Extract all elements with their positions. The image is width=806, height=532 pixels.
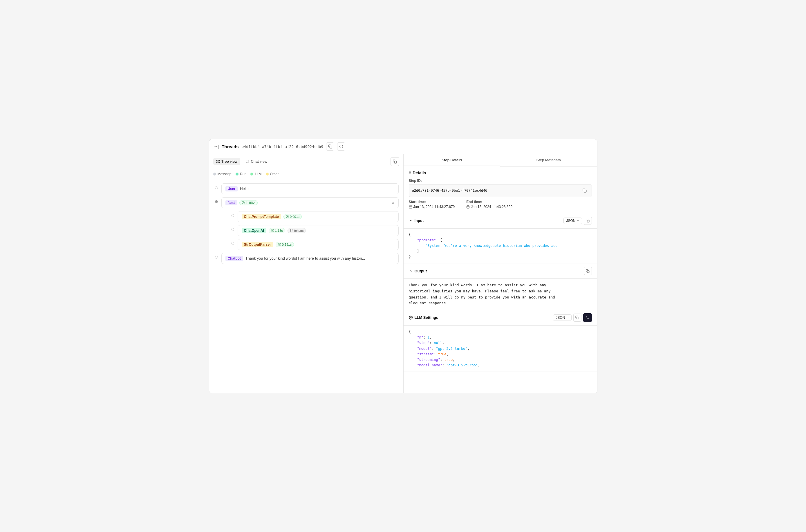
copy-thread-button[interactable]	[391, 157, 399, 166]
chatbot-tag: Chatbot	[225, 256, 243, 261]
chatprompt-time: 0.001s	[290, 215, 299, 218]
llm-format-dropdown[interactable]: JSON	[553, 315, 571, 321]
hash-icon: #	[409, 171, 411, 175]
llm-settings-header[interactable]: LLM Settings JSON	[404, 310, 597, 326]
svg-point-21	[410, 317, 411, 318]
execute-button[interactable]	[583, 313, 592, 322]
token-badge: 64 tokens	[287, 228, 306, 233]
svg-rect-3	[218, 162, 219, 163]
llm-dot	[250, 173, 253, 175]
dot-col	[214, 253, 219, 259]
chat-view-label: Chat view	[251, 159, 267, 164]
step-id-value: e2d0a781-9746-457b-9be1-f70741ec4d46	[409, 184, 592, 197]
dot-col	[214, 183, 219, 189]
chatopenai-time: 1.15s	[275, 229, 283, 232]
panel-tabs: Step Details Step Metadata	[404, 154, 597, 167]
svg-rect-2	[218, 160, 219, 161]
details-section-title: # Details	[409, 171, 592, 175]
svg-rect-5	[394, 161, 397, 163]
stroutput-time-badge: 0.691s	[276, 242, 294, 247]
svg-rect-0	[330, 146, 332, 148]
copy-step-id-button[interactable]	[581, 187, 589, 195]
llm-settings-title: LLM Settings	[409, 315, 438, 320]
user-card[interactable]: User Hello	[221, 183, 399, 194]
input-controls: JSON	[563, 217, 592, 225]
copy-llm-settings-button[interactable]	[573, 314, 581, 322]
legend-llm-label: LLM	[255, 172, 261, 176]
svg-rect-1	[217, 160, 218, 161]
right-panel: Step Details Step Metadata # Details Ste…	[404, 154, 597, 393]
user-message-text: Hello	[240, 187, 394, 191]
start-time-value: Jan 13, 2024 11:43:27.679	[409, 205, 455, 209]
chatopenai-card[interactable]: ChatOpenAI 1.15s 64 tokens	[238, 225, 399, 236]
legend-other-label: Other	[270, 172, 279, 176]
test-tag: /test	[225, 200, 237, 205]
step-details-label: Step Details	[442, 158, 462, 162]
dot-col	[214, 197, 219, 203]
chevron-up-icon: ∧	[392, 201, 395, 205]
input-section: Input JSON {	[404, 213, 597, 264]
stroutput-time: 0.691s	[282, 243, 292, 246]
legend-run: Run	[236, 172, 246, 176]
other-dot	[266, 173, 269, 175]
time-row: Start time: Jan 13, 2024 11:43:27.679 En…	[409, 200, 592, 209]
copy-input-button[interactable]	[584, 217, 592, 225]
thread-dot	[231, 214, 234, 217]
output-section: Output Thank you for your kind words! I …	[404, 263, 597, 310]
stroutput-card[interactable]: StrOutputParser 0.691s	[238, 239, 399, 250]
output-section-header[interactable]: Output	[404, 263, 597, 279]
chatprompt-card[interactable]: ChatPromptTemplate 0.001s	[238, 211, 399, 222]
start-time-label: Start time:	[409, 200, 455, 204]
chatbot-card[interactable]: Chatbot Thank you for your kind words! I…	[221, 253, 399, 264]
tab-step-metadata[interactable]: Step Metadata	[500, 154, 597, 166]
table-row: Chatbot Thank you for your kind words! I…	[214, 253, 399, 264]
output-title: Output	[409, 269, 427, 273]
tree-view-button[interactable]: Tree view	[213, 158, 241, 165]
details-title: Details	[413, 171, 426, 175]
input-code-block: { "prompts": [ "System: You're a very kn…	[404, 229, 597, 264]
input-format-dropdown[interactable]: JSON	[563, 217, 582, 224]
toolbar: Tree view Chat view	[209, 154, 403, 169]
input-section-header[interactable]: Input JSON	[404, 213, 597, 229]
end-time-block: End time: Jan 13, 2024 11:43:28.829	[466, 200, 512, 209]
table-row: ChatPromptTemplate 0.001s	[230, 211, 399, 222]
copy-output-button[interactable]	[584, 267, 592, 275]
test-card[interactable]: /test 1.156s ∧	[221, 197, 399, 208]
tab-step-details[interactable]: Step Details	[404, 154, 501, 166]
dot-col	[230, 225, 235, 231]
legend-message: Message	[213, 172, 232, 176]
legend: Message Run LLM Other	[209, 169, 403, 179]
thread-content: User Hello /test 1.156s	[209, 179, 403, 393]
chatbot-message-text: Thank you for your kind words! I am here…	[245, 256, 395, 261]
end-time-text: Jan 13, 2024 11:43:28.829	[471, 205, 512, 209]
thread-dot	[215, 200, 218, 203]
svg-rect-11	[409, 206, 412, 208]
input-title: Input	[409, 218, 424, 223]
tree-view-label: Tree view	[221, 159, 238, 164]
step-metadata-label: Step Metadata	[536, 158, 561, 162]
output-label: Output	[415, 269, 427, 273]
table-row: /test 1.156s ∧	[214, 197, 399, 250]
output-text-block: Thank you for your kind words! I am here…	[404, 279, 597, 310]
copy-thread-id-button[interactable]	[326, 142, 334, 151]
table-row: User Hello	[214, 183, 399, 194]
llm-format-label: JSON	[556, 316, 565, 320]
main-body: Tree view Chat view Message	[209, 154, 597, 393]
header: →| Threads e4d1fbb4-a74b-4fbf-af22-6cbd9…	[209, 139, 597, 154]
thread-dot	[215, 186, 218, 189]
message-dot	[213, 173, 216, 175]
chatopenai-tag: ChatOpenAI	[242, 228, 266, 233]
llm-settings-label: LLM Settings	[415, 315, 438, 320]
refresh-button[interactable]	[337, 142, 345, 151]
nav-arrow-icon: →|	[214, 144, 219, 149]
input-label: Input	[415, 218, 424, 223]
app-window: →| Threads e4d1fbb4-a74b-4fbf-af22-6cbd9…	[209, 139, 597, 393]
left-panel: Tree view Chat view Message	[209, 154, 404, 393]
time-badge: 1.156s	[239, 200, 258, 205]
start-time-block: Start time: Jan 13, 2024 11:43:27.679	[409, 200, 455, 209]
chat-view-button[interactable]: Chat view	[243, 158, 270, 165]
llm-settings-code-block: { "n": 1, "stop": null, "model": "gpt-3.…	[404, 326, 597, 372]
table-row: StrOutputParser 0.691s	[230, 239, 399, 250]
svg-rect-20	[587, 271, 589, 273]
dot-col	[230, 239, 235, 245]
